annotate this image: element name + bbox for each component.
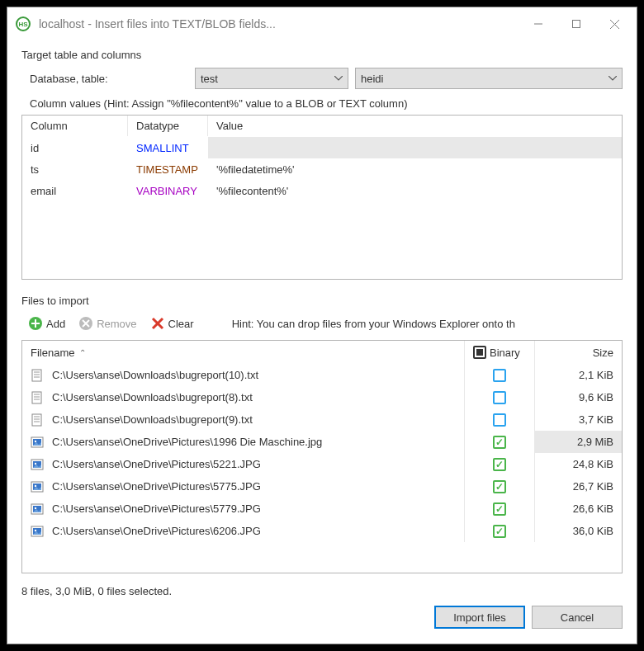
image-file-icon (31, 458, 44, 471)
binary-checkbox[interactable] (493, 458, 506, 471)
file-size: 26,7 KiB (535, 475, 622, 498)
svg-point-37 (35, 507, 36, 508)
file-path-cell: C:\Users\anse\OneDrive\Pictures\1996 Die… (22, 431, 465, 453)
status-text: 8 files, 3,0 MiB, 0 files selected. (21, 585, 623, 597)
binary-checkbox[interactable] (493, 436, 506, 449)
col-header-binary[interactable]: Binary (465, 341, 535, 364)
binary-cell[interactable] (465, 408, 535, 431)
file-path: C:\Users\anse\OneDrive\Pictures\1996 Die… (52, 436, 322, 448)
clear-icon (150, 316, 165, 331)
binary-checkbox[interactable] (493, 369, 506, 382)
cancel-button[interactable]: Cancel (532, 606, 623, 629)
remove-button[interactable]: Remove (72, 313, 143, 334)
svg-point-40 (35, 529, 36, 531)
titlebar[interactable]: HS localhost - Insert files into TEXT/BL… (7, 7, 637, 40)
binary-cell[interactable] (465, 520, 535, 542)
binary-header-checkbox[interactable] (473, 346, 486, 359)
table-combobox[interactable]: heidi (355, 68, 623, 89)
database-combobox[interactable]: test (195, 68, 348, 89)
add-button[interactable]: Add (21, 313, 72, 334)
col-header-column[interactable]: Column (22, 116, 128, 136)
svg-point-31 (35, 462, 36, 464)
col-header-filename[interactable]: Filename ⌃ (22, 341, 465, 364)
svg-rect-3 (573, 21, 580, 28)
columns-row[interactable]: tsTIMESTAMP'%filedatetime%' (22, 158, 622, 180)
image-file-icon (31, 480, 44, 493)
files-grid-header: Filename ⌃ Binary Size (22, 341, 622, 364)
binary-cell[interactable] (465, 475, 535, 498)
table-value: heidi (361, 73, 383, 85)
binary-cell[interactable] (465, 498, 535, 520)
binary-cell[interactable] (465, 364, 535, 386)
clear-button[interactable]: Clear (144, 313, 201, 334)
column-name: id (22, 142, 128, 154)
file-size: 26,6 KiB (535, 498, 622, 520)
remove-icon (78, 316, 93, 331)
col-header-datatype[interactable]: Datatype (128, 116, 208, 136)
file-row[interactable]: C:\Users\anse\Downloads\bugreport(10).tx… (22, 364, 622, 386)
files-drop-hint: Hint: You can drop files from your Windo… (232, 318, 515, 330)
columns-row[interactable]: idSMALLINT (22, 137, 622, 158)
file-row[interactable]: C:\Users\anse\Downloads\bugreport(8).txt… (22, 386, 622, 408)
svg-rect-14 (32, 370, 41, 381)
columns-grid-header: Column Datatype Value (22, 116, 622, 137)
file-path-cell: C:\Users\anse\OneDrive\Pictures\5775.JPG (22, 475, 465, 498)
columns-row[interactable]: emailVARBINARY'%filecontent%' (22, 180, 622, 201)
file-row[interactable]: C:\Users\anse\OneDrive\Pictures\5221.JPG… (22, 453, 622, 475)
text-file-icon (31, 413, 44, 427)
maximize-button[interactable] (557, 12, 595, 36)
binary-cell[interactable] (465, 431, 535, 453)
binary-checkbox[interactable] (493, 525, 506, 538)
image-file-icon (31, 502, 44, 516)
file-path: C:\Users\anse\Downloads\bugreport(9).txt (52, 413, 253, 426)
column-name: email (22, 185, 128, 197)
files-group-label: Files to import (21, 295, 623, 307)
svg-rect-22 (32, 414, 41, 426)
columns-grid[interactable]: Column Datatype Value idSMALLINTtsTIMEST… (21, 115, 623, 280)
svg-rect-18 (32, 392, 41, 403)
plus-icon (28, 316, 43, 331)
binary-checkbox[interactable] (493, 480, 506, 493)
svg-point-34 (35, 484, 36, 486)
column-datatype: TIMESTAMP (128, 163, 208, 176)
file-path: C:\Users\anse\Downloads\bugreport(8).txt (52, 391, 253, 403)
column-values-hint: Column values (Hint: Assign "%fileconten… (21, 97, 623, 110)
column-value[interactable]: '%filecontent%' (208, 185, 622, 197)
file-row[interactable]: C:\Users\anse\Downloads\bugreport(9).txt… (22, 408, 622, 431)
file-path-cell: C:\Users\anse\Downloads\bugreport(10).tx… (22, 364, 465, 386)
binary-checkbox[interactable] (493, 391, 506, 404)
files-grid[interactable]: Filename ⌃ Binary Size C:\Users\anse\Dow… (21, 340, 623, 573)
file-path-cell: C:\Users\anse\OneDrive\Pictures\6206.JPG (22, 520, 465, 542)
file-path: C:\Users\anse\OneDrive\Pictures\5221.JPG (52, 458, 261, 470)
file-row[interactable]: C:\Users\anse\OneDrive\Pictures\5779.JPG… (22, 498, 622, 520)
svg-point-28 (35, 440, 36, 441)
column-name: ts (22, 163, 128, 176)
minimize-button[interactable] (519, 12, 557, 36)
import-button[interactable]: Import files (434, 606, 525, 629)
image-file-icon (31, 525, 44, 538)
close-button[interactable] (595, 12, 633, 36)
column-value[interactable]: '%filedatetime%' (208, 163, 622, 176)
column-value[interactable] (208, 137, 622, 158)
binary-checkbox[interactable] (493, 413, 506, 427)
binary-cell[interactable] (465, 386, 535, 408)
col-header-size[interactable]: Size (535, 341, 622, 364)
file-row[interactable]: C:\Users\anse\OneDrive\Pictures\5775.JPG… (22, 475, 622, 498)
file-row[interactable]: C:\Users\anse\OneDrive\Pictures\1996 Die… (22, 431, 622, 453)
file-size: 24,8 KiB (535, 453, 622, 475)
file-size: 2,1 KiB (535, 364, 622, 386)
database-value: test (201, 73, 218, 85)
file-path: C:\Users\anse\OneDrive\Pictures\6206.JPG (52, 525, 261, 537)
db-table-label: Database, table: (21, 73, 195, 85)
clear-label: Clear (168, 318, 194, 330)
app-icon: HS (16, 17, 31, 31)
file-row[interactable]: C:\Users\anse\OneDrive\Pictures\6206.JPG… (22, 520, 622, 542)
column-datatype: VARBINARY (128, 185, 208, 197)
file-size: 2,9 MiB (535, 431, 622, 453)
chevron-down-icon (608, 76, 617, 81)
binary-cell[interactable] (465, 453, 535, 475)
binary-checkbox[interactable] (493, 502, 506, 516)
remove-label: Remove (97, 318, 136, 330)
col-header-value[interactable]: Value (208, 116, 622, 136)
file-path-cell: C:\Users\anse\OneDrive\Pictures\5779.JPG (22, 498, 465, 520)
